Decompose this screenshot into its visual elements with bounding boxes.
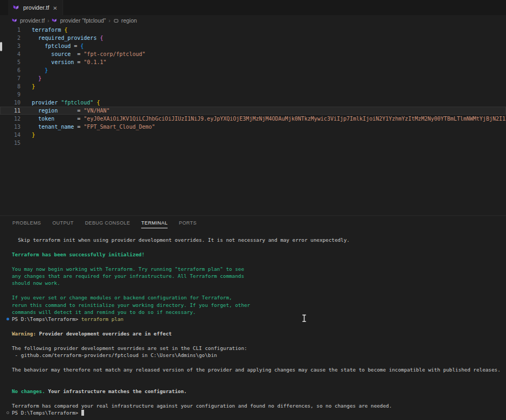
code-editor[interactable]: 1terraform {2 required_providers {3 fptc…: [0, 26, 506, 215]
editor-tab-bar: provider.tf ×: [0, 0, 506, 15]
command-decoration-icon[interactable]: [6, 318, 9, 320]
terminal-line: [12, 395, 506, 402]
breadcrumb: provider.tf›provider "fptcloud"›region: [0, 15, 506, 26]
terminal-line: No changes. Your infrastructure matches …: [12, 388, 506, 395]
bottom-panel: PROBLEMSOUTPUTDEBUG CONSOLETERMINALPORTS…: [0, 215, 506, 420]
terminal-line: Warning: Provider development overrides …: [12, 330, 506, 337]
terminal-line: [12, 373, 506, 380]
editor-lines: 1terraform {2 required_providers {3 fptc…: [0, 26, 506, 147]
line-number: 9: [0, 90, 20, 99]
breadcrumb-label: provider.tf: [20, 17, 45, 24]
code-text: }: [32, 131, 35, 139]
terminal-line: If you ever set or change modules or bac…: [12, 294, 506, 301]
breadcrumb-item[interactable]: provider.tf: [12, 17, 45, 24]
breadcrumb-separator: ›: [109, 18, 110, 24]
terminal-line: [12, 337, 506, 344]
breadcrumb-label: provider "fptcloud": [60, 17, 106, 24]
code-text: source = "fpt-corp/fptcloud": [32, 50, 145, 58]
terminal-output[interactable]: Skip terraform init when using provider …: [0, 230, 506, 417]
line-number: 7: [0, 74, 20, 82]
code-line[interactable]: 4 source = "fpt-corp/fptcloud": [0, 50, 506, 58]
code-line[interactable]: 8}: [0, 82, 506, 90]
panel-tab-ports[interactable]: PORTS: [179, 218, 197, 228]
terminal-line: should now work.: [12, 279, 506, 286]
code-text: version = "0.1.1": [32, 58, 107, 66]
breadcrumb-label: region: [121, 17, 137, 24]
terminal-line: [12, 323, 506, 330]
code-line[interactable]: 14}: [0, 131, 506, 139]
code-text: fptcloud = {: [32, 42, 84, 50]
code-text: provider "fptcloud" {: [32, 99, 100, 107]
terminal-line: PS D:\Temps\Terraform>: [12, 409, 506, 416]
code-line[interactable]: 5 version = "0.1.1": [0, 58, 506, 66]
code-line[interactable]: 2 required_providers {: [0, 34, 506, 42]
line-number: 14: [0, 131, 20, 139]
terraform-icon: [12, 18, 18, 24]
terminal-line: [12, 243, 506, 250]
breadcrumb-item[interactable]: provider "fptcloud": [52, 17, 106, 24]
code-text: terraform {: [32, 26, 67, 34]
code-text: }: [32, 82, 35, 90]
code-text: tenant_name = "FPT_Smart_Cloud_Demo": [32, 123, 155, 131]
symbol-block-icon: [113, 18, 119, 24]
code-text: }: [32, 74, 41, 82]
code-text: required_providers {: [32, 34, 103, 42]
line-number: 10: [0, 99, 20, 107]
panel-tab-terminal[interactable]: TERMINAL: [141, 218, 168, 228]
terminal-line: The behavior may therefore not match any…: [12, 366, 506, 373]
code-line[interactable]: 13 tenant_name = "FPT_Smart_Cloud_Demo": [0, 123, 506, 131]
code-text: }: [32, 66, 48, 74]
terminal-line: - github.com/terraform-providers/fptclou…: [12, 352, 506, 359]
terminal-line: [12, 381, 506, 388]
line-number: 5: [0, 58, 20, 66]
code-line[interactable]: 6 }: [0, 66, 506, 74]
breadcrumb-separator: ›: [47, 18, 49, 24]
line-number: 2: [0, 34, 20, 42]
terraform-icon: [52, 18, 58, 24]
line-number: 1: [0, 26, 20, 34]
code-line[interactable]: 1terraform {: [0, 26, 506, 34]
terminal-line: Terraform has compared your real infrast…: [12, 402, 506, 409]
line-number: 6: [0, 66, 20, 74]
terminal-line: The following provider development overr…: [12, 345, 506, 352]
code-text: token = "eyJ0eXAiOiJKV1QiLCJhbGciOiJIUzI…: [32, 115, 506, 123]
code-line[interactable]: 3 fptcloud = {: [0, 42, 506, 50]
terminal-line: [12, 359, 506, 366]
breadcrumb-item[interactable]: region: [113, 17, 137, 24]
command-decoration-icon[interactable]: [6, 411, 9, 414]
terminal-line: [12, 258, 506, 265]
code-line-current[interactable]: 11 region = "VN/HAN": [0, 107, 506, 115]
line-number: 3: [0, 42, 20, 50]
line-number: 15: [0, 139, 20, 147]
code-line[interactable]: 10provider "fptcloud" {: [0, 99, 506, 107]
vscode-window: provider.tf × provider.tf›provider "fptc…: [0, 0, 506, 420]
tab-provider-tf[interactable]: provider.tf ×: [8, 0, 63, 15]
terminal-line: Skip terraform init when using provider …: [12, 236, 506, 243]
line-number: 4: [0, 50, 20, 58]
terminal-line: [12, 287, 506, 294]
code-line[interactable]: 7 }: [0, 74, 506, 82]
left-edge-indicator: [0, 42, 2, 51]
close-icon[interactable]: ×: [52, 4, 58, 11]
line-number: 8: [0, 82, 20, 90]
code-text: region = "VN/HAN": [32, 107, 110, 115]
line-number: 12: [0, 115, 20, 123]
terminal-line: any changes that are required for your i…: [12, 272, 506, 279]
terminal-cursor: [81, 410, 85, 416]
panel-tab-output[interactable]: OUTPUT: [52, 218, 73, 228]
mouse-cursor: [302, 314, 307, 324]
terminal-line: rerun this command to reinitialize your …: [12, 302, 506, 309]
terraform-file-icon: [13, 4, 20, 11]
panel-tabs: PROBLEMSOUTPUTDEBUG CONSOLETERMINALPORTS: [0, 216, 506, 230]
code-line[interactable]: 12 token = "eyJ0eXAiOiJKV1QiLCJhbGciOiJI…: [0, 115, 506, 123]
panel-tab-problems[interactable]: PROBLEMS: [12, 218, 41, 228]
terminal-line: commands will detect it and remind you t…: [12, 309, 506, 316]
line-number: 13: [0, 123, 20, 131]
terminal-line: Terraform has been successfully initiali…: [12, 251, 506, 258]
tab-title: provider.tf: [23, 4, 49, 11]
line-number: 11: [0, 107, 20, 115]
panel-tab-debug-console[interactable]: DEBUG CONSOLE: [85, 218, 130, 228]
terminal-line: PS D:\Temps\Terraform> terraform plan: [12, 316, 506, 323]
code-line[interactable]: 9: [0, 90, 506, 99]
code-line[interactable]: 15: [0, 139, 506, 147]
